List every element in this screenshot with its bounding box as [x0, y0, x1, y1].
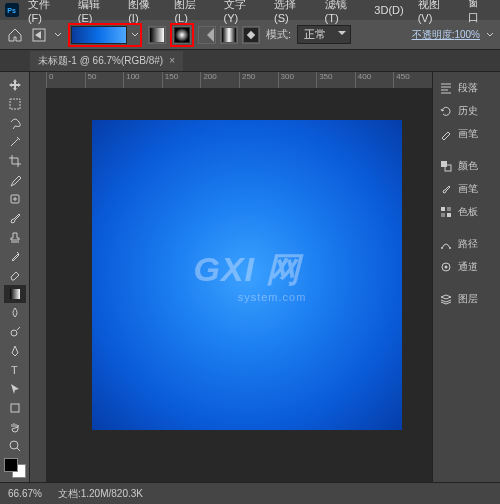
panel-dock: 段落 历史 画笔 颜色 画笔 色板 路径 通道 图层 — [432, 72, 500, 482]
dodge-tool[interactable] — [4, 323, 26, 341]
tab-title: 未标题-1 @ 66.7%(RGB/8#) — [38, 54, 163, 68]
wand-tool[interactable] — [4, 133, 26, 151]
canvas-area: 050100150200250300350400450 GXI 网 system… — [30, 72, 432, 482]
toolbox: T — [0, 72, 30, 482]
svg-text:T: T — [11, 364, 18, 376]
channels-icon — [439, 260, 453, 274]
panel-brush[interactable]: 画笔 — [435, 179, 498, 199]
svg-rect-9 — [10, 99, 20, 109]
pen-tool[interactable] — [4, 342, 26, 360]
panel-history[interactable]: 历史 — [435, 101, 498, 121]
menu-image[interactable]: 图像(I) — [122, 0, 166, 24]
paths-icon — [439, 237, 453, 251]
panel-channels[interactable]: 通道 — [435, 257, 498, 277]
document-canvas[interactable]: GXI 网 system.com — [92, 120, 402, 430]
svg-rect-18 — [441, 207, 445, 211]
gradient-linear[interactable] — [148, 26, 166, 44]
panel-layers[interactable]: 图层 — [435, 289, 498, 309]
panel-color[interactable]: 颜色 — [435, 156, 498, 176]
panel-brush-presets[interactable]: 画笔 — [435, 124, 498, 144]
shape-tool[interactable] — [4, 399, 26, 417]
zoom-tool[interactable] — [4, 437, 26, 455]
panel-paragraph[interactable]: 段落 — [435, 78, 498, 98]
menu-edit[interactable]: 编辑(E) — [72, 0, 120, 24]
close-icon[interactable]: × — [169, 55, 175, 66]
menu-file[interactable]: 文件(F) — [22, 0, 70, 24]
foreground-color[interactable] — [4, 458, 18, 472]
mode-select[interactable]: 正常 — [297, 25, 351, 44]
highlight-gradient-radial — [170, 23, 194, 47]
svg-rect-4 — [175, 28, 189, 42]
menu-select[interactable]: 选择(S) — [268, 0, 316, 24]
gradient-reflected[interactable] — [220, 26, 238, 44]
path-select-tool[interactable] — [4, 380, 26, 398]
stamp-tool[interactable] — [4, 228, 26, 246]
gradient-radial[interactable] — [173, 26, 191, 44]
type-tool[interactable]: T — [4, 361, 26, 379]
brush-tool[interactable] — [4, 209, 26, 227]
svg-rect-14 — [11, 404, 19, 412]
watermark-big: GXI 网 — [188, 247, 307, 293]
doc-size: 文档:1.20M/820.3K — [58, 487, 143, 501]
patch-tool[interactable] — [4, 190, 26, 208]
color-icon — [439, 159, 453, 173]
menu-window[interactable]: 窗口 — [462, 0, 496, 25]
tool-preset-icon[interactable] — [30, 26, 48, 44]
gradient-tool[interactable] — [4, 285, 26, 303]
svg-point-22 — [441, 247, 443, 249]
zoom-level[interactable]: 66.67% — [8, 488, 42, 499]
svg-rect-19 — [447, 207, 451, 211]
chevron-down-icon[interactable] — [131, 31, 139, 39]
svg-point-15 — [10, 441, 18, 449]
eraser-tool[interactable] — [4, 266, 26, 284]
crop-tool[interactable] — [4, 152, 26, 170]
svg-point-12 — [11, 330, 17, 336]
hand-tool[interactable] — [4, 418, 26, 436]
panel-swatches[interactable]: 色板 — [435, 202, 498, 222]
svg-rect-3 — [150, 28, 164, 42]
menu-filter[interactable]: 滤镜(T) — [319, 0, 367, 24]
document-tab[interactable]: 未标题-1 @ 66.7%(RGB/8#) × — [30, 51, 183, 71]
menu-view[interactable]: 视图(V) — [412, 0, 460, 24]
chevron-down-icon[interactable] — [486, 31, 494, 39]
svg-text:Ps: Ps — [7, 7, 16, 14]
gradient-angle[interactable] — [198, 26, 216, 44]
history-icon — [439, 104, 453, 118]
document-tabs: 未标题-1 @ 66.7%(RGB/8#) × — [0, 50, 500, 72]
menu-3d[interactable]: 3D(D) — [368, 4, 409, 16]
svg-rect-21 — [447, 213, 451, 217]
app-logo-icon: Ps — [4, 2, 20, 18]
move-tool[interactable] — [4, 76, 26, 94]
highlight-gradient-picker — [68, 23, 142, 47]
chevron-down-icon[interactable] — [54, 31, 62, 39]
svg-point-23 — [449, 247, 451, 249]
ruler-horizontal: 050100150200250300350400450 — [46, 72, 432, 88]
home-icon[interactable] — [6, 26, 24, 44]
menu-layer[interactable]: 图层(L) — [168, 0, 215, 24]
eyedropper-tool[interactable] — [4, 171, 26, 189]
menu-bar: Ps 文件(F) 编辑(E) 图像(I) 图层(L) 文字(Y) 选择(S) 滤… — [0, 0, 500, 20]
ruler-corner — [30, 72, 46, 88]
ruler-vertical — [30, 88, 46, 482]
marquee-tool[interactable] — [4, 95, 26, 113]
watermark: GXI 网 system.com — [188, 247, 307, 303]
status-bar: 66.67% 文档:1.20M/820.3K — [0, 482, 500, 504]
swatches-icon — [439, 205, 453, 219]
svg-rect-20 — [441, 213, 445, 217]
workspace: T 050100150200250300350400450 GXI 网 syst… — [0, 72, 500, 482]
paragraph-icon — [439, 81, 453, 95]
options-bar: 模式: 正常 不透明度:100% — [0, 20, 500, 50]
gradient-type-group — [148, 23, 260, 47]
opacity-label[interactable]: 不透明度:100% — [412, 28, 480, 42]
lasso-tool[interactable] — [4, 114, 26, 132]
history-brush-tool[interactable] — [4, 247, 26, 265]
color-swatches[interactable] — [4, 458, 26, 478]
gradient-diamond[interactable] — [242, 26, 260, 44]
layers-icon — [439, 292, 453, 306]
svg-rect-11 — [10, 289, 20, 299]
gradient-swatch[interactable] — [71, 26, 127, 44]
panel-paths[interactable]: 路径 — [435, 234, 498, 254]
menu-type[interactable]: 文字(Y) — [218, 0, 266, 24]
blur-tool[interactable] — [4, 304, 26, 322]
svg-rect-6 — [222, 28, 236, 42]
